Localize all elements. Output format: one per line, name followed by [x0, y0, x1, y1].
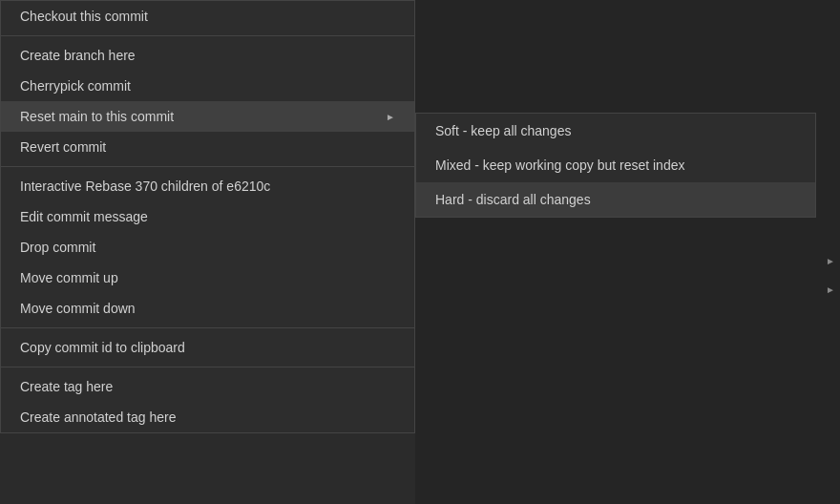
- expand-arrow-bottom-icon[interactable]: ►: [826, 284, 835, 295]
- menu-item-reset-main[interactable]: Reset main to this commit ►: [1, 101, 414, 132]
- menu-item-move-up-label: Move commit up: [20, 270, 118, 285]
- submenu-item-soft-label: Soft - keep all changes: [435, 123, 571, 138]
- menu-item-drop-commit-label: Drop commit: [20, 240, 95, 255]
- menu-item-copy-id-label: Copy commit id to clipboard: [20, 340, 185, 355]
- menu-item-create-tag[interactable]: Create tag here: [1, 371, 414, 402]
- submenu-item-mixed-label: Mixed - keep working copy but reset inde…: [435, 158, 684, 173]
- menu-item-interactive-rebase[interactable]: Interactive Rebase 370 children of e6210…: [1, 171, 414, 201]
- separator-1: [1, 35, 414, 36]
- submenu-item-mixed[interactable]: Mixed - keep working copy but reset inde…: [416, 148, 815, 182]
- background-panel: [415, 0, 840, 504]
- menu-item-cherrypick[interactable]: Cherrypick commit: [1, 71, 414, 101]
- menu-item-interactive-rebase-label: Interactive Rebase 370 children of e6210…: [20, 178, 270, 194]
- submenu-item-hard[interactable]: Hard - discard all changes: [416, 182, 815, 217]
- menu-item-create-tag-label: Create tag here: [20, 379, 113, 394]
- expand-arrow-top-icon[interactable]: ►: [826, 256, 835, 266]
- menu-item-create-branch-label: Create branch here: [20, 48, 136, 63]
- menu-item-edit-commit[interactable]: Edit commit message: [1, 201, 414, 232]
- separator-2: [1, 166, 414, 167]
- menu-item-create-annotated-tag-label: Create annotated tag here: [20, 410, 176, 425]
- submenu-arrow-icon: ►: [386, 112, 395, 122]
- menu-item-move-down[interactable]: Move commit down: [1, 293, 414, 324]
- menu-item-revert-label: Revert commit: [20, 139, 106, 155]
- separator-4: [1, 367, 414, 368]
- menu-item-move-down-label: Move commit down: [20, 301, 136, 316]
- separator-3: [1, 327, 414, 328]
- submenu-item-soft[interactable]: Soft - keep all changes: [416, 114, 815, 148]
- submenu: Soft - keep all changes Mixed - keep wor…: [415, 113, 816, 218]
- menu-item-edit-commit-label: Edit commit message: [20, 209, 148, 224]
- menu-item-revert[interactable]: Revert commit: [1, 132, 414, 162]
- menu-item-create-annotated-tag[interactable]: Create annotated tag here: [1, 402, 414, 432]
- menu-item-move-up[interactable]: Move commit up: [1, 262, 414, 293]
- menu-item-reset-main-label: Reset main to this commit: [20, 109, 174, 124]
- menu-item-drop-commit[interactable]: Drop commit: [1, 232, 414, 262]
- context-menu: Checkout this commit Create branch here …: [0, 0, 415, 433]
- menu-item-checkout[interactable]: Checkout this commit: [1, 1, 414, 32]
- menu-item-cherrypick-label: Cherrypick commit: [20, 78, 131, 94]
- menu-item-create-branch[interactable]: Create branch here: [1, 40, 414, 71]
- menu-item-checkout-label: Checkout this commit: [20, 9, 148, 24]
- menu-item-copy-id[interactable]: Copy commit id to clipboard: [1, 332, 414, 363]
- submenu-item-hard-label: Hard - discard all changes: [435, 192, 591, 207]
